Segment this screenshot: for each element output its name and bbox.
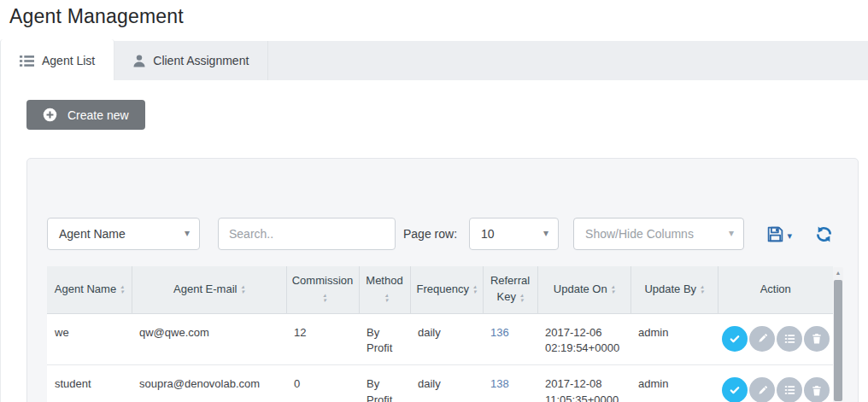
column-header-method[interactable]: Method▴▾ (359, 266, 410, 313)
sort-icon: ▴▾ (385, 293, 389, 303)
column-label: Agent E-mail (173, 283, 237, 295)
pencil-icon (757, 333, 768, 344)
list-icon (20, 55, 34, 67)
create-new-label: Create new (67, 108, 129, 122)
list-icon (784, 385, 795, 395)
search-field-value: Agent Name (59, 227, 126, 241)
cell-commission: 0 (286, 365, 359, 402)
table-row: we qw@qwe.com 12 By Profit daily 136 201… (47, 313, 833, 365)
column-label: Agent Name (55, 283, 116, 295)
page-title: Agent Management (0, 0, 868, 28)
check-icon (729, 333, 741, 345)
column-label: Method (366, 274, 402, 287)
tab-label: Client Assignment (153, 54, 249, 67)
column-label: Update On (554, 283, 607, 295)
page-row-value: 10 (481, 227, 495, 241)
sort-icon: ▴▾ (612, 284, 615, 294)
column-label: Action (760, 283, 791, 295)
cell-agent-email: qw@qwe.com (132, 313, 286, 365)
cell-method: By Profit (359, 365, 410, 402)
chevron-down-icon: ▾ (729, 227, 734, 239)
column-header-agent-name[interactable]: Agent Name▴▾ (47, 266, 132, 313)
tab-content: Create new Agent Name ▾ Page row: 10 ▾ S… (0, 80, 868, 402)
column-header-commission[interactable]: Commission▴▾ (286, 266, 359, 313)
column-header-agent-email[interactable]: Agent E-mail▴▾ (132, 266, 286, 313)
referral-key-link[interactable]: 136 (490, 326, 509, 339)
trash-icon (812, 385, 822, 396)
filter-toolbar: Agent Name ▾ Page row: 10 ▾ Show/Hide Co… (47, 218, 845, 250)
plus-circle-icon (43, 108, 57, 122)
column-header-referral-key[interactable]: Referral Key▴▾ (483, 266, 537, 313)
column-header-update-on[interactable]: Update On▴▾ (537, 266, 630, 313)
column-header-frequency[interactable]: Frequency▴▾ (410, 266, 483, 313)
cell-referral-key: 136 (483, 313, 537, 365)
cell-update-on: 2017-12-06 02:19:54+0000 (537, 313, 630, 365)
cell-frequency: daily (410, 313, 483, 365)
chevron-down-icon: ▾ (543, 227, 548, 239)
cell-update-on: 2017-12-08 11:05:35+0000 (537, 365, 630, 402)
scroll-up-icon[interactable]: ▲ (833, 267, 843, 278)
agent-table-wrap: Agent Name▴▾ Agent E-mail▴▾ Commission▴▾… (47, 266, 845, 402)
refresh-icon (815, 225, 833, 243)
column-header-action: Action (718, 266, 833, 313)
cell-method: By Profit (359, 313, 410, 365)
cell-commission: 12 (286, 313, 359, 365)
trash-icon (812, 333, 822, 344)
cell-referral-key: 138 (483, 365, 537, 402)
details-button[interactable] (777, 377, 802, 402)
table-header-row: Agent Name▴▾ Agent E-mail▴▾ Commission▴▾… (47, 266, 833, 313)
cell-agent-email: soupra@denovolab.com (132, 365, 286, 402)
tab-bar: Agent List Client Assignment (0, 41, 868, 80)
pencil-icon (757, 385, 768, 396)
table-row: student soupra@denovolab.com 0 By Profit… (47, 365, 833, 402)
edit-button[interactable] (749, 326, 775, 352)
save-button[interactable]: ▾ (766, 225, 792, 243)
details-button[interactable] (777, 326, 802, 352)
save-icon (766, 225, 784, 243)
cell-agent-name: student (47, 365, 132, 402)
cell-update-by: admin (630, 365, 718, 402)
tab-client-assignment[interactable]: Client Assignment (114, 41, 268, 80)
tab-agent-list[interactable]: Agent List (0, 39, 114, 80)
refresh-button[interactable] (815, 225, 833, 243)
cell-update-by: admin (630, 313, 718, 365)
sort-icon: ▴▾ (323, 293, 326, 303)
column-label: Frequency (417, 283, 469, 295)
sort-icon: ▴▾ (701, 284, 704, 294)
approve-button[interactable] (722, 326, 748, 352)
scrollbar-thumb[interactable] (834, 280, 842, 401)
approve-button[interactable] (722, 377, 748, 402)
cell-action (718, 365, 833, 402)
sort-icon: ▴▾ (473, 284, 477, 294)
create-new-button[interactable]: Create new (26, 100, 145, 130)
delete-button[interactable] (804, 326, 830, 352)
table-tools: ▾ (766, 225, 833, 243)
check-icon (729, 384, 741, 396)
search-field-select[interactable]: Agent Name ▾ (47, 218, 200, 250)
search-input[interactable] (218, 218, 396, 250)
column-header-update-by[interactable]: Update By▴▾ (630, 266, 718, 313)
table-panel: Agent Name ▾ Page row: 10 ▾ Show/Hide Co… (26, 158, 859, 402)
chevron-down-icon: ▾ (787, 230, 792, 242)
column-label: Update By (644, 283, 696, 295)
cell-frequency: daily (410, 365, 483, 402)
page-row-label: Page row: (403, 227, 457, 241)
delete-button[interactable] (804, 377, 830, 402)
vertical-scrollbar[interactable]: ▲ (833, 267, 843, 401)
column-label: Commission (292, 274, 354, 287)
show-hide-columns-select[interactable]: Show/Hide Columns ▾ (573, 218, 744, 250)
page-row-select[interactable]: 10 ▾ (469, 218, 559, 250)
show-hide-columns-placeholder: Show/Hide Columns (585, 227, 694, 241)
chevron-down-icon: ▾ (185, 227, 190, 239)
edit-button[interactable] (749, 377, 775, 402)
cell-action (718, 313, 833, 365)
sort-icon: ▴▾ (120, 284, 124, 294)
column-label: Referral Key (490, 274, 530, 303)
referral-key-link[interactable]: 138 (490, 377, 509, 390)
cell-agent-name: we (47, 313, 132, 365)
tab-label: Agent List (42, 54, 95, 67)
sort-icon: ▴▾ (241, 284, 244, 294)
agent-table: Agent Name▴▾ Agent E-mail▴▾ Commission▴▾… (47, 266, 833, 402)
person-icon (133, 55, 145, 67)
list-icon (784, 334, 795, 344)
